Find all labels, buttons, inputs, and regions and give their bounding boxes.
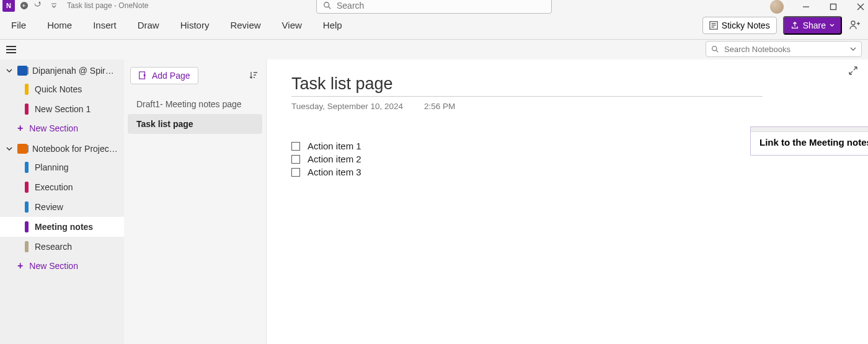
- forward-button[interactable]: [33, 0, 45, 11]
- chevron-down-icon: [6, 68, 12, 74]
- svg-line-9: [716, 50, 718, 52]
- menu-home[interactable]: Home: [41, 16, 78, 34]
- menu-view[interactable]: View: [276, 16, 308, 34]
- minimize-button[interactable]: [801, 2, 811, 12]
- notebook-icon: [17, 144, 27, 154]
- page-time: 2:56 PM: [424, 102, 455, 111]
- note-container-handle[interactable]: • • • •: [751, 127, 868, 132]
- nav-toggle-button[interactable]: [6, 43, 19, 56]
- page-item-selected[interactable]: Task list page: [128, 114, 262, 134]
- section-item[interactable]: Execution: [0, 177, 124, 197]
- section-color-icon: [25, 182, 29, 193]
- section-item-selected[interactable]: Meeting notes: [0, 217, 124, 237]
- share-icon: [790, 21, 799, 30]
- section-label: New Section 1: [35, 104, 91, 114]
- sticky-notes-button[interactable]: Sticky Notes: [702, 17, 777, 34]
- section-label: Planning: [35, 162, 69, 172]
- action-item-label: Action item 3: [308, 167, 361, 177]
- checkbox-icon[interactable]: [291, 168, 300, 177]
- section-item[interactable]: Review: [0, 197, 124, 217]
- page-title[interactable]: Task list page: [291, 74, 763, 97]
- join-meeting-icon[interactable]: [848, 19, 862, 32]
- svg-point-7: [851, 21, 855, 25]
- note-container[interactable]: • • • • Link to the Meeting notes page: …: [750, 126, 868, 156]
- add-page-button[interactable]: Add Page: [130, 67, 198, 84]
- secondary-bar: [0, 40, 868, 60]
- new-section-button[interactable]: + New Section: [0, 257, 124, 275]
- notebook-search[interactable]: [706, 41, 862, 57]
- action-item[interactable]: Action item 3: [291, 167, 843, 177]
- section-item[interactable]: New Section 1: [0, 99, 124, 119]
- search-icon: [711, 45, 719, 53]
- section-color-icon: [25, 201, 29, 213]
- page-list-panel: Add Page Draft1- Meeting notes page Task…: [124, 60, 267, 344]
- menu-review[interactable]: Review: [224, 16, 267, 34]
- section-label: Meeting notes: [35, 222, 93, 232]
- action-item-label: Action item 2: [308, 154, 361, 164]
- notebook-sidebar: Dipanjenah @ Spiral... Quick Notes New S…: [0, 60, 124, 344]
- plus-icon: +: [17, 261, 23, 271]
- new-section-label: New Section: [29, 123, 78, 133]
- checkbox-icon[interactable]: [291, 155, 300, 164]
- back-button[interactable]: [19, 0, 30, 11]
- note-container-body[interactable]: Link to the Meeting notes page: Draft1- …: [751, 132, 868, 155]
- menu-help[interactable]: Help: [317, 16, 348, 34]
- close-button[interactable]: [856, 2, 866, 12]
- section-color-icon: [25, 104, 29, 115]
- link-prefix: Link to the Meeting notes page:: [760, 137, 868, 148]
- new-section-button[interactable]: + New Section: [0, 119, 124, 138]
- expand-button[interactable]: [848, 66, 858, 78]
- notebook-icon: [17, 66, 27, 76]
- section-color-icon: [25, 84, 29, 95]
- section-item[interactable]: Planning: [0, 157, 124, 177]
- window-title: Task list page - OneNote: [67, 1, 148, 10]
- global-search-input[interactable]: [337, 1, 545, 11]
- notebook-item[interactable]: Dipanjenah @ Spiral...: [0, 62, 124, 79]
- section-label: Execution: [35, 182, 73, 192]
- section-label: Quick Notes: [35, 84, 82, 94]
- svg-rect-10: [140, 72, 145, 79]
- checkbox-icon[interactable]: [291, 142, 300, 151]
- page-meta: Tuesday, September 10, 2024 2:56 PM: [291, 102, 843, 111]
- page-item[interactable]: Draft1- Meeting notes page: [128, 94, 262, 114]
- share-label: Share: [803, 20, 826, 30]
- chevron-down-icon: [6, 146, 12, 152]
- onenote-logo-icon: N: [2, 0, 15, 12]
- svg-line-1: [329, 7, 331, 9]
- menu-insert[interactable]: Insert: [87, 16, 123, 34]
- notebook-search-input[interactable]: [724, 45, 845, 54]
- menu-file[interactable]: File: [5, 16, 32, 34]
- svg-rect-3: [831, 4, 836, 10]
- search-icon: [323, 1, 332, 10]
- menu-history[interactable]: History: [174, 16, 216, 34]
- chevron-down-icon[interactable]: [850, 46, 856, 52]
- add-page-label: Add Page: [152, 71, 190, 81]
- section-color-icon: [25, 221, 29, 232]
- page-canvas[interactable]: Task list page Tuesday, September 10, 20…: [267, 60, 868, 344]
- plus-icon: +: [17, 123, 23, 133]
- sticky-note-icon: [709, 21, 718, 30]
- section-color-icon: [25, 162, 29, 173]
- section-item[interactable]: Research: [0, 237, 124, 257]
- section-item[interactable]: Quick Notes: [0, 79, 124, 99]
- menu-bar: File Home Insert Draw History Review Vie…: [0, 11, 868, 40]
- quick-access-dropdown[interactable]: [48, 0, 60, 11]
- section-label: Research: [35, 242, 72, 252]
- sort-pages-button[interactable]: [247, 69, 260, 82]
- maximize-button[interactable]: [828, 2, 838, 12]
- notebook-name: Dipanjenah @ Spiral...: [32, 66, 118, 76]
- notebook-item[interactable]: Notebook for Project A: [0, 140, 124, 157]
- menu-draw[interactable]: Draw: [131, 16, 166, 34]
- title-bar: N Task list page - OneNote: [0, 0, 868, 11]
- main-area: Dipanjenah @ Spiral... Quick Notes New S…: [0, 60, 868, 344]
- svg-point-0: [324, 2, 329, 7]
- page-date: Tuesday, September 10, 2024: [291, 102, 403, 111]
- new-section-label: New Section: [29, 261, 78, 271]
- section-label: Review: [35, 202, 63, 212]
- chevron-down-icon: [830, 23, 835, 28]
- svg-point-8: [712, 46, 717, 50]
- add-page-icon: [138, 71, 147, 80]
- share-button[interactable]: Share: [783, 16, 842, 35]
- notebook-name: Notebook for Project A: [32, 144, 118, 154]
- sticky-notes-label: Sticky Notes: [722, 20, 770, 30]
